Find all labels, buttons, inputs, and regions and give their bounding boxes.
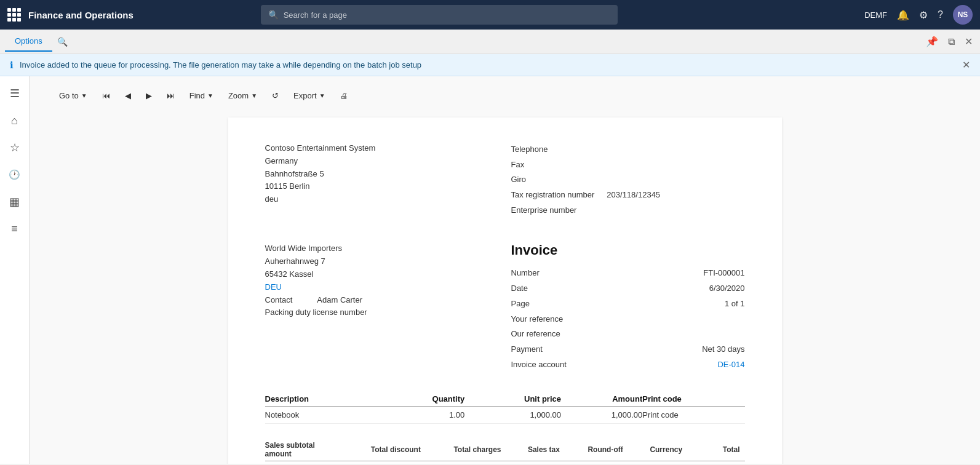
tab-options[interactable]: Options (5, 31, 52, 52)
seller-street: Bahnhofstraße 5 (265, 168, 499, 181)
search-icon: 🔍 (268, 10, 279, 20)
seller-city: 10115 Berlin (265, 180, 499, 193)
summary-subtotal-value: 1,000.00 (265, 461, 342, 464)
close-icon[interactable]: ✕ (962, 33, 975, 50)
summary-currency-value: EUR (628, 461, 687, 464)
summary-charges-value: 0.00 (426, 461, 506, 464)
meta-number-row: Number FTI-000001 (511, 266, 745, 281)
info-close-button[interactable]: ✕ (962, 59, 970, 71)
find-chevron: ▼ (207, 92, 213, 99)
buyer-contact-row: Contact Adam Carter (265, 294, 499, 307)
giro-row: Giro (511, 172, 745, 188)
nav-next-button[interactable]: ▶ (141, 89, 157, 103)
seller-country: Germany (265, 155, 499, 168)
export-chevron: ▼ (319, 92, 325, 99)
sidebar-item-home[interactable]: ⌂ (2, 108, 27, 133)
summary-col-total: Total (687, 439, 744, 461)
sidebar-item-workspaces[interactable]: ▦ (2, 189, 27, 214)
item-quantity: 1.00 (380, 407, 464, 424)
sidebar-item-recent[interactable]: 🕐 (2, 162, 27, 187)
environment-label: DEMF (864, 10, 887, 20)
enterprise-row: Enterprise number (511, 203, 745, 218)
avatar[interactable]: NS (953, 5, 973, 25)
invoice-title: Invoice (511, 242, 745, 258)
summary-col-tax: Sales tax (506, 439, 565, 461)
tax-reg-row: Tax registration number 203/118/12345 (511, 188, 745, 203)
summary-col-roundoff: Round-off (565, 439, 628, 461)
find-label: Find (189, 91, 205, 100)
nav-right: DEMF 🔔 ⚙ ? NS (864, 5, 973, 25)
summary-tax-value: 190.00 (506, 461, 565, 464)
search-bar[interactable]: 🔍 (261, 5, 618, 25)
print-button[interactable]: 🖨 (335, 89, 353, 103)
item-amount: 1,000.00 (561, 407, 642, 424)
sidebar-item-favorites[interactable]: ☆ (2, 135, 27, 160)
toolbar: Go to ▼ ⏮ ◀ ▶ ⏭ Find ▼ Zoom ▼ ↺ Export ▼… (54, 89, 955, 103)
invoice-document: Contoso Entertainment System Germany Bah… (228, 117, 782, 464)
find-button[interactable]: Find ▼ (185, 89, 218, 103)
app-title: Finance and Operations (28, 10, 133, 20)
line-items-table: Description Quantity Unit price Amount P… (265, 392, 745, 424)
zoom-chevron: ▼ (251, 92, 257, 99)
meta-our-ref-row: Our reference (511, 327, 745, 342)
goto-button[interactable]: Go to ▼ (54, 89, 92, 103)
summary-col-discount: Total discount (342, 439, 426, 461)
summary-section: Sales subtotal amount Total discount Tot… (265, 439, 745, 464)
notification-icon[interactable]: 🔔 (897, 9, 909, 21)
nav-prev-button[interactable]: ◀ (120, 89, 136, 103)
meta-invoice-account-row: Invoice account DE-014 (511, 357, 745, 373)
tab-search-icon[interactable]: 🔍 (57, 37, 68, 47)
col-amount: Amount (561, 392, 642, 407)
fax-row: Fax (511, 157, 745, 173)
export-label: Export (293, 91, 317, 100)
seller-contact-info: Telephone Fax Giro Tax registration numb… (511, 142, 745, 218)
table-row: Notebook 1.00 1,000.00 1,000.00 Print co… (265, 407, 745, 424)
summary-table: Sales subtotal amount Total discount Tot… (265, 439, 745, 464)
pin-icon[interactable]: 📌 (923, 33, 941, 50)
content-area: Go to ▼ ⏮ ◀ ▶ ⏭ Find ▼ Zoom ▼ ↺ Export ▼… (30, 76, 980, 464)
summary-roundoff-value: 0.00 (565, 461, 628, 464)
seller-info: Contoso Entertainment System Germany Bah… (265, 142, 499, 218)
summary-col-charges: Total charges (426, 439, 506, 461)
zoom-label: Zoom (228, 91, 249, 100)
item-unit-price: 1,000.00 (464, 407, 561, 424)
buyer-street: Auherhahnweg 7 (265, 255, 499, 268)
packing-row: Packing duty license number (265, 306, 499, 319)
buyer-city: 65432 Kassel (265, 268, 499, 281)
meta-date-row: Date 6/30/2020 (511, 281, 745, 296)
sidebar-item-menu[interactable]: ☰ (2, 81, 27, 106)
refresh-button[interactable]: ↺ (267, 89, 284, 103)
summary-col-currency: Currency (628, 439, 687, 461)
info-icon: ℹ (10, 60, 14, 71)
info-message: Invoice added to the queue for processin… (20, 60, 421, 70)
new-window-icon[interactable]: ⧉ (946, 34, 957, 50)
goto-label: Go to (59, 91, 79, 100)
tab-bar-right: 📌 ⧉ ✕ (923, 33, 975, 50)
sidebar: ☰ ⌂ ☆ 🕐 ▦ ≡ (0, 76, 30, 464)
item-print-code: Print code (642, 407, 744, 424)
settings-icon[interactable]: ⚙ (919, 9, 928, 21)
summary-discount-value: 0.00 (342, 461, 426, 464)
zoom-button[interactable]: Zoom ▼ (223, 89, 262, 103)
nav-first-button[interactable]: ⏮ (97, 89, 115, 103)
help-icon[interactable]: ? (938, 9, 943, 20)
item-description: Notebook (265, 407, 380, 424)
search-input[interactable] (284, 10, 610, 20)
seller-company: Contoso Entertainment System (265, 142, 499, 155)
buyer-info: World Wide Importers Auherhahnweg 7 6543… (265, 242, 499, 372)
info-bar: ℹ Invoice added to the queue for process… (0, 54, 980, 76)
nav-last-button[interactable]: ⏭ (162, 89, 180, 103)
telephone-row: Telephone (511, 142, 745, 157)
main-layout: ☰ ⌂ ☆ 🕐 ▦ ≡ Go to ▼ ⏮ ◀ ▶ ⏭ Find ▼ Zoom … (0, 76, 980, 464)
recipient-section: World Wide Importers Auherhahnweg 7 6543… (265, 242, 745, 372)
buyer-country-link[interactable]: DEU (265, 281, 499, 294)
top-navbar: Finance and Operations 🔍 DEMF 🔔 ⚙ ? NS (0, 0, 980, 30)
col-unit-price: Unit price (464, 392, 561, 407)
summary-row: 1,000.00 0.00 0.00 190.00 0.00 EUR 1,190… (265, 461, 745, 464)
sidebar-item-list[interactable]: ≡ (2, 217, 27, 241)
meta-page-row: Page 1 of 1 (511, 296, 745, 312)
export-button[interactable]: Export ▼ (289, 89, 330, 103)
buyer-company: World Wide Importers (265, 242, 499, 255)
app-grid-icon[interactable] (7, 8, 21, 22)
summary-total-value: 1,190.00 (687, 461, 744, 464)
